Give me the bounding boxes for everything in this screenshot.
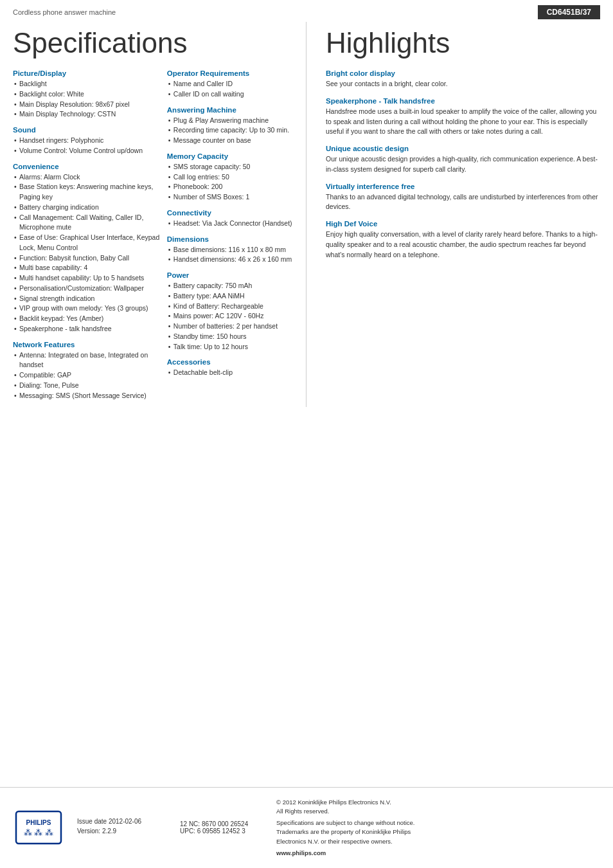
highlight-bright-color: Bright color display See your contacts i… [326,69,600,89]
list-item: Detachable belt-clip [167,368,293,378]
spec-section-accessories: Accessories Detachable belt-clip [167,358,293,378]
list-item: Handset ringers: Polyphonic [13,136,161,146]
list-item: Speakerphone - talk handsfree [13,324,161,334]
list-item: Mains power: AC 120V - 60Hz [167,311,293,321]
list-item: Battery type: AAA NiMH [167,291,293,302]
list-item: Signal strength indication [13,294,161,304]
list-item: Number of batteries: 2 per handset [167,321,293,332]
page: Cordless phone answer machine CD6451B/37… [0,0,613,868]
spec-title-dimensions: Dimensions [167,235,293,243]
version: Version: 2.2.9 [77,827,167,835]
spec-list-answering: Plug & Play Answering machine Recording … [167,116,293,146]
list-item: Kind of Battery: Rechargeable [167,302,293,312]
spec-list-memory: SMS storage capacity: 50 Call log entrie… [167,162,293,203]
list-item: Call Management: Call Waiting, Caller ID… [13,213,161,233]
spec-list-operator: Name and Caller ID Caller ID on call wai… [167,79,293,100]
specs-col-2: Operator Requirements Name and Caller ID… [167,69,293,407]
spec-section-memory: Memory Capacity SMS storage capacity: 50… [167,152,293,203]
spec-title-network: Network Features [13,341,161,348]
list-item: Name and Caller ID [167,79,293,89]
spec-title-picture: Picture/Display [13,69,161,77]
highlights-column: Highlights Bright color display See your… [306,22,600,407]
list-item: Battery capacity: 750 mAh [167,281,293,291]
spec-section-convenience: Convenience Alarms: Alarm Clock Base Sta… [13,163,161,334]
list-item: Messaging: SMS (Short Message Service) [13,391,161,401]
list-item: Multi base capability: 4 [13,263,161,273]
list-item: Backlight [13,79,161,89]
highlight-text-acoustic: Our unique acoustic design provides a hi… [326,154,600,175]
spec-list-power: Battery capacity: 750 mAh Battery type: … [167,281,293,352]
specs-col-1: Picture/Display Backlight Backlight colo… [13,69,167,407]
list-item: Backlit keypad: Yes (Amber) [13,314,161,324]
highlight-high-def-voice: High Def Voice Enjoy high quality conver… [326,220,600,260]
spec-section-sound: Sound Handset ringers: Polyphonic Volume… [13,126,161,156]
spec-title-convenience: Convenience [13,163,161,170]
highlight-text-bright-color: See your contacts in a bright, clear col… [326,79,600,89]
highlight-title-interference: Virtually interference free [326,183,600,190]
list-item: Message counter on base [167,136,293,146]
spec-title-sound: Sound [13,126,161,134]
list-item: VIP group with own melody: Yes (3 groups… [13,303,161,314]
list-item: Battery charging indication [13,203,161,213]
footer-legal: © 2012 Koninklijke Philips Electronics N… [276,798,600,858]
spec-title-power: Power [167,271,293,279]
list-item: Call log entries: 50 [167,172,293,183]
spec-section-picture: Picture/Display Backlight Backlight colo… [13,69,161,120]
nc-code: 12 NC: 8670 000 26524 [180,820,263,827]
website: www.philips.com [276,849,600,858]
svg-text:⁂ ⁂ ⁂: ⁂ ⁂ ⁂ [24,827,53,837]
list-item: Caller ID on call waiting [167,89,293,100]
list-item: Phonebook: 200 [167,182,293,192]
highlight-title-high-def: High Def Voice [326,220,600,228]
spec-list-connectivity: Headset: Via Jack Connector (Handset) [167,219,293,229]
highlight-acoustic: Unique acoustic design Our unique acoust… [326,145,600,175]
spec-title-accessories: Accessories [167,358,293,366]
list-item: Compatible: GAP [13,370,161,381]
spec-section-connectivity: Connectivity Headset: Via Jack Connector… [167,209,293,229]
footer-meta: Issue date 2012-02-06 Version: 2.2.9 [77,818,167,837]
specs-title: Specifications [13,27,293,59]
spec-list-accessories: Detachable belt-clip [167,368,293,378]
list-item: Number of SMS Boxes: 1 [167,192,293,203]
spec-title-operator: Operator Requirements [167,69,293,77]
spec-list-sound: Handset ringers: Polyphonic Volume Contr… [13,136,161,156]
list-item: Plug & Play Answering machine [167,116,293,126]
list-item: Multi handset capability: Up to 5 handse… [13,273,161,284]
spec-section-dimensions: Dimensions Base dimensions: 116 x 110 x … [167,235,293,266]
spec-title-answering: Answering Machine [167,106,293,114]
spec-section-network: Network Features Antenna: Integrated on … [13,341,161,401]
highlight-text-interference: Thanks to an advanced digital technology… [326,192,600,213]
highlight-title-speakerphone: Speakerphone - Talk handsfree [326,97,600,105]
list-item: Volume Control: Volume Control up/down [13,146,161,156]
list-item: Talk time: Up to 12 hours [167,342,293,352]
highlight-interference: Virtually interference free Thanks to an… [326,183,600,213]
list-item: Personalisation/Customization: Wallpaper [13,284,161,294]
copyright: © 2012 Koninklijke Philips Electronics N… [276,798,600,817]
spec-list-dimensions: Base dimensions: 116 x 110 x 80 mm Hands… [167,245,293,266]
list-item: Base Station keys: Answering machine key… [13,182,161,203]
spec-title-memory: Memory Capacity [167,152,293,160]
footer-barcode: 12 NC: 8670 000 26524 UPC: 6 09585 12452… [180,820,263,835]
list-item: SMS storage capacity: 50 [167,162,293,172]
highlight-text-high-def: Enjoy high quality conversation, with a … [326,230,600,260]
main-content: Specifications Picture/Display Backlight… [0,22,613,407]
list-item: Base dimensions: 116 x 110 x 80 mm [167,245,293,255]
model-badge: CD6451B/37 [538,5,600,19]
highlight-text-speakerphone: Handsfree mode uses a built-in loud spea… [326,107,600,137]
highlights-title: Highlights [326,27,600,59]
spec-section-answering: Answering Machine Plug & Play Answering … [167,106,293,146]
upc-code: UPC: 6 09585 12452 3 [180,827,263,835]
list-item: Ease of Use: Graphical User Interface, K… [13,233,161,253]
list-item: Backlight color: White [13,89,161,100]
list-item: Standby time: 150 hours [167,332,293,342]
highlight-title-bright-color: Bright color display [326,69,600,77]
list-item: Main Display Technology: CSTN [13,109,161,120]
issue-date: Issue date 2012-02-06 [77,818,167,825]
svg-text:PHILIPS: PHILIPS [26,819,51,826]
list-item: Alarms: Alarm Clock [13,172,161,183]
specs-two-col: Picture/Display Backlight Backlight colo… [13,69,293,407]
product-type: Cordless phone answer machine [13,8,116,16]
highlight-speakerphone: Speakerphone - Talk handsfree Handsfree … [326,97,600,137]
spec-list-convenience: Alarms: Alarm Clock Base Station keys: A… [13,172,161,334]
list-item: Handset dimensions: 46 x 26 x 160 mm [167,255,293,265]
